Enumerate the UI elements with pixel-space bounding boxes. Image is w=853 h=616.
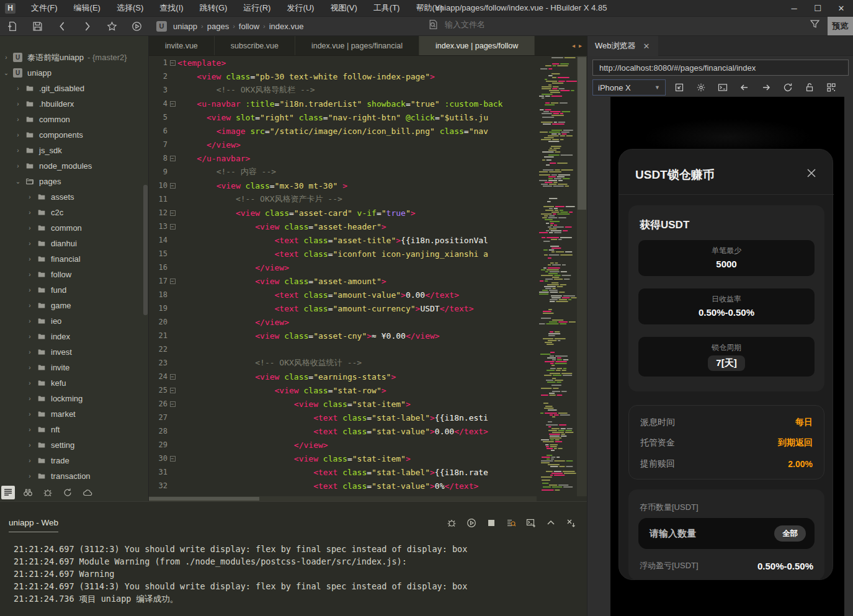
console-tab[interactable]: uniapp - Web [9, 518, 58, 532]
code-line-12[interactable]: 12− <view class="asset-card" v-if="true"… [149, 206, 537, 220]
code-line-18[interactable]: 18 <text class="amount-value">0.00</text… [149, 288, 537, 301]
menu-视图[interactable]: 视图(V) [322, 0, 365, 16]
cloud-icon[interactable] [81, 486, 94, 499]
code-line-25[interactable]: 25− <view class="stat-row"> [149, 383, 537, 397]
url-bar[interactable] [592, 60, 849, 76]
chevron-right-icon[interactable]: › [26, 287, 33, 293]
debug-icon[interactable] [447, 518, 457, 528]
nav-forward-icon[interactable] [74, 17, 99, 35]
editor-tab[interactable]: subscribe.vue [215, 36, 295, 55]
code-line-27[interactable]: 27 <text class="stat-label">{{i18n.esti [149, 411, 537, 424]
chevron-right-icon[interactable]: › [26, 395, 33, 402]
tree-item-invest[interactable]: ›invest [0, 344, 148, 360]
editor-tab[interactable]: index.vue | pages/follow [419, 36, 535, 55]
menu-文件[interactable]: 文件(F) [23, 0, 66, 16]
menu-运行[interactable]: 运行(R) [235, 0, 279, 16]
code-line-29[interactable]: 29 </view> [149, 438, 537, 452]
code-line-22[interactable]: 22 [149, 342, 537, 356]
fold-marker[interactable]: − [167, 279, 177, 284]
code-line-26[interactable]: 26− <view class="stat-item"> [149, 397, 537, 411]
tree-item-泰语前端uniapp[interactable]: ›U泰语前端uniapp- {master2} [0, 50, 148, 65]
code-line-30[interactable]: 30− <view class="stat-item"> [149, 452, 537, 465]
code-line-17[interactable]: 17− <view class="asset-amount"> [149, 274, 537, 288]
minimap[interactable] [537, 56, 577, 496]
chevron-right-icon[interactable]: › [26, 209, 33, 216]
code-line-20[interactable]: 20 </view> [149, 315, 537, 329]
minimize-icon[interactable]: ─ [782, 0, 806, 17]
new-file-icon[interactable] [0, 17, 25, 35]
browser-tab[interactable]: Web浏览器 ✕ [587, 36, 658, 56]
chevron-right-icon[interactable]: › [26, 240, 33, 247]
code-line-32[interactable]: 32 <text class="stat-value">0%</text> [149, 479, 537, 493]
fold-marker[interactable]: − [167, 374, 177, 380]
chevron-right-icon[interactable]: › [2, 54, 10, 61]
lock-icon[interactable] [805, 83, 815, 92]
tree-item-market[interactable]: ›market [0, 406, 148, 422]
chevron-right-icon[interactable]: › [14, 100, 22, 107]
breadcrumb-item[interactable]: index.vue [266, 22, 308, 31]
fold-marker[interactable]: − [167, 401, 177, 407]
chevron-right-icon[interactable]: › [26, 380, 33, 386]
fold-marker[interactable]: − [167, 224, 177, 230]
chevron-down-icon[interactable]: ⌄ [2, 69, 10, 76]
fold-marker[interactable]: − [167, 101, 177, 107]
chevron-right-icon[interactable]: › [26, 442, 33, 449]
editor-tab[interactable]: invite.vue [149, 36, 215, 55]
modal-close-icon[interactable] [805, 167, 818, 179]
tree-item-fund[interactable]: ›fund [0, 282, 148, 298]
url-input[interactable] [593, 63, 848, 73]
chevron-right-icon[interactable]: › [26, 364, 33, 371]
menu-跳转[interactable]: 跳转(G) [192, 0, 236, 16]
chevron-right-icon[interactable]: › [14, 116, 22, 123]
tree-scrollbar[interactable] [143, 185, 148, 315]
code-line-7[interactable]: 7 </view> [149, 138, 537, 151]
tree-item-assets[interactable]: ›assets [0, 189, 148, 205]
tree-item-dianhui[interactable]: ›dianhui [0, 236, 148, 251]
tab-scroll-arrows[interactable]: ◂▸ [572, 36, 587, 55]
code-line-13[interactable]: 13− <view class="asset-header"> [149, 220, 537, 233]
fold-marker[interactable]: − [167, 60, 177, 66]
fold-marker[interactable]: − [167, 388, 177, 393]
fold-marker[interactable]: − [167, 210, 177, 216]
code-line-19[interactable]: 19 <text class="amount-currency">USDT</t… [149, 301, 537, 315]
code-line-6[interactable]: 6 <image src="/static/image/icon/icon_bi… [149, 124, 537, 138]
tree-item-nft[interactable]: ›nft [0, 422, 148, 437]
code-line-23[interactable]: 23 <!-- OKX风格收益统计 --> [149, 356, 537, 370]
chevron-right-icon[interactable]: › [14, 132, 22, 138]
period-pill[interactable]: 7[天] [708, 355, 744, 371]
code-line-10[interactable]: 10− <view class="mx-30 mt-30" > [149, 179, 537, 192]
menu-选择[interactable]: 选择(S) [109, 0, 151, 16]
favorite-icon[interactable] [99, 17, 124, 35]
tree-item-index[interactable]: ›index [0, 329, 148, 344]
tree-item-.git_disabled[interactable]: ›.git_disabled [0, 81, 148, 96]
code-line-8[interactable]: 8− </u-navbar> [149, 151, 537, 165]
code-line-2[interactable]: 2 <view class="pb-30 text-white follow-i… [149, 69, 537, 83]
chevron-right-icon[interactable]: › [14, 163, 22, 169]
chevron-right-icon[interactable]: › [26, 411, 33, 417]
chevron-right-icon[interactable]: › [26, 256, 33, 262]
code-line-3[interactable]: 3 <!-- OKX风格导航栏 --> [149, 83, 537, 97]
menu-编辑[interactable]: 编辑(E) [66, 0, 109, 16]
open-external-icon[interactable] [674, 83, 684, 92]
chevron-right-icon[interactable]: › [26, 318, 33, 324]
all-button[interactable]: 全部 [774, 525, 806, 542]
collapse-icon[interactable] [546, 518, 556, 528]
chevron-right-icon[interactable]: › [14, 147, 22, 154]
editor-hscrollbar[interactable] [149, 496, 537, 501]
tree-item-js_sdk[interactable]: ›js_sdk [0, 143, 148, 158]
breadcrumb-item[interactable]: uniapp [169, 22, 201, 31]
tree-item-setting[interactable]: ›setting [0, 437, 148, 453]
menu-发行[interactable]: 发行(U) [279, 0, 322, 16]
code-line-16[interactable]: 16 </view> [149, 261, 537, 274]
amount-input[interactable]: 请输入数量 全部 [638, 518, 815, 549]
tree-item-invite[interactable]: ›invite [0, 360, 148, 375]
tree-item-ieo[interactable]: ›ieo [0, 313, 148, 329]
code-line-21[interactable]: 21 <view class="asset-cny">≈ ¥0.00</view… [149, 329, 537, 342]
tree-item-c2c[interactable]: ›c2c [0, 205, 148, 220]
menu-查找[interactable]: 查找(I) [151, 0, 191, 16]
chevron-right-icon[interactable]: › [26, 194, 33, 200]
code-line-1[interactable]: 1−<template> [149, 56, 537, 69]
qrcode-icon[interactable] [826, 83, 836, 92]
console-icon[interactable] [718, 83, 728, 92]
tree-item-kefu[interactable]: ›kefu [0, 375, 148, 391]
